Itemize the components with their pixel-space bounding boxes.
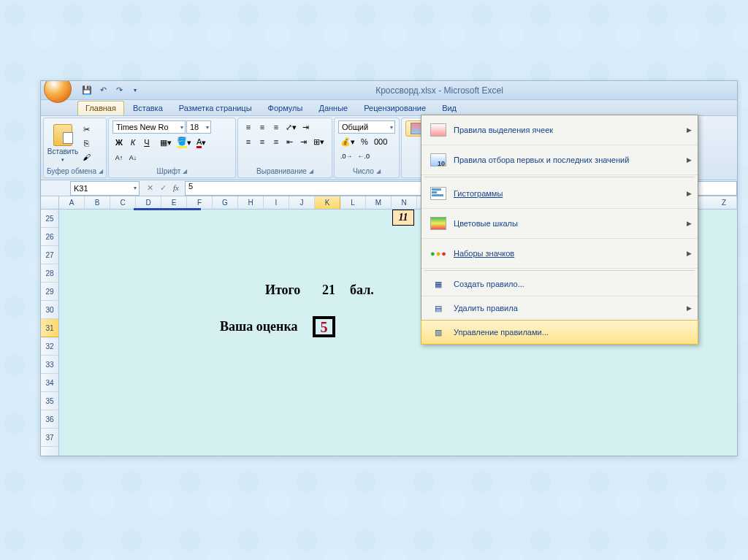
new-rule-icon: ▦: [427, 275, 449, 293]
cf-manage-rules[interactable]: ▥ Управление правилами...: [421, 320, 698, 345]
cell-score-unit[interactable]: бал.: [350, 283, 374, 298]
col-header[interactable]: E: [161, 196, 187, 209]
cf-new-rule[interactable]: ▦ Создать правило...: [421, 272, 698, 296]
tab-formulas[interactable]: Формулы: [261, 101, 310, 115]
font-color-button[interactable]: A▾: [194, 136, 208, 150]
font-size-combo[interactable]: 18: [186, 120, 211, 134]
decrease-decimal-icon[interactable]: ←.0: [355, 150, 372, 163]
paste-button[interactable]: Вставить ▾: [47, 121, 78, 165]
col-header[interactable]: I: [264, 196, 289, 209]
col-header[interactable]: M: [366, 196, 392, 209]
cf-data-bars[interactable]: Гистограммы ▶: [421, 179, 698, 209]
tab-insert[interactable]: Вставка: [126, 101, 170, 115]
alignment-dialog-icon[interactable]: ◢: [309, 168, 313, 174]
number-format-combo[interactable]: Общий: [338, 120, 395, 134]
cf-clear-rules[interactable]: ▤ Удалить правила ▶: [421, 296, 698, 321]
submenu-arrow-icon: ▶: [687, 220, 692, 227]
align-middle-icon[interactable]: ≡: [256, 120, 269, 134]
office-button[interactable]: [44, 80, 72, 103]
font-dialog-icon[interactable]: ◢: [183, 168, 187, 174]
cell-n25[interactable]: 11: [392, 210, 414, 226]
percent-icon[interactable]: %: [358, 135, 371, 148]
currency-icon[interactable]: 💰▾: [338, 135, 357, 148]
col-header[interactable]: B: [85, 196, 110, 209]
col-header[interactable]: F: [187, 196, 213, 209]
row-header[interactable]: 26: [41, 228, 58, 246]
enter-formula-icon[interactable]: ✓: [157, 183, 169, 193]
tab-page-layout[interactable]: Разметка страницы: [172, 101, 259, 115]
align-center-icon[interactable]: ≡: [256, 135, 269, 148]
row-header[interactable]: 29: [41, 283, 58, 301]
submenu-arrow-icon: ▶: [687, 190, 692, 197]
row-header[interactable]: 32: [41, 337, 58, 356]
cf-top-bottom[interactable]: 10 Правила отбора первых и последних зна…: [421, 145, 698, 175]
merge-cells-icon[interactable]: ⊞▾: [311, 135, 327, 148]
col-header[interactable]: L: [340, 196, 366, 209]
fill-color-button[interactable]: 🪣▾: [175, 135, 194, 150]
format-painter-icon[interactable]: 🖌: [80, 150, 93, 164]
save-icon[interactable]: 💾: [80, 84, 94, 97]
col-header[interactable]: K: [315, 196, 340, 209]
tab-home[interactable]: Главная: [77, 101, 124, 115]
row-header[interactable]: 28: [41, 264, 58, 283]
row-header[interactable]: 33: [41, 356, 58, 374]
row-header[interactable]: 30: [41, 301, 58, 319]
col-header[interactable]: A: [59, 196, 85, 209]
grow-font-icon[interactable]: A↑: [112, 151, 126, 164]
row-header[interactable]: 37: [41, 429, 58, 447]
row-header[interactable]: 35: [41, 392, 58, 410]
clipboard-dialog-icon[interactable]: ◢: [99, 168, 103, 174]
row-header[interactable]: 31: [41, 319, 58, 337]
cf-color-scales[interactable]: Цветовые шкалы ▶: [421, 209, 698, 239]
row-header[interactable]: 27: [41, 246, 58, 264]
underline-button[interactable]: Ч: [140, 136, 153, 149]
wrap-text-icon[interactable]: ⇥: [299, 120, 313, 134]
row-header[interactable]: 36: [41, 410, 58, 429]
col-header[interactable]: Z: [711, 196, 737, 209]
paste-label: Вставить: [47, 147, 78, 156]
col-header[interactable]: G: [213, 196, 238, 209]
fx-icon[interactable]: fx: [170, 183, 182, 193]
cancel-formula-icon[interactable]: ✕: [144, 183, 156, 193]
cell-grade-label[interactable]: Ваша оценка: [220, 319, 298, 334]
increase-decimal-icon[interactable]: .0→: [338, 150, 355, 163]
col-header[interactable]: C: [110, 196, 136, 209]
select-all-corner[interactable]: [41, 196, 59, 209]
excel-window: 💾 ↶ ↷ ▾ Кроссворд.xlsx - Microsoft Excel…: [40, 80, 738, 456]
undo-icon[interactable]: ↶: [96, 84, 110, 97]
tab-data[interactable]: Данные: [311, 101, 355, 115]
col-header[interactable]: H: [238, 196, 264, 209]
border-button[interactable]: ▦▾: [158, 136, 174, 149]
col-header[interactable]: J: [289, 196, 315, 209]
cell-k31-selected[interactable]: 5: [314, 318, 334, 336]
italic-button[interactable]: К: [126, 136, 140, 149]
number-dialog-icon[interactable]: ◢: [376, 168, 381, 174]
cell-score-value[interactable]: 21: [322, 283, 335, 298]
copy-icon[interactable]: ⎘: [80, 137, 93, 150]
group-number: Общий 💰▾ % 000 .0→ ←.0 Число◢: [334, 118, 400, 178]
row-header[interactable]: 25: [41, 210, 58, 228]
align-top-icon[interactable]: ≡: [242, 120, 255, 134]
comma-icon[interactable]: 000: [372, 135, 389, 148]
col-header[interactable]: N: [392, 196, 417, 209]
qat-dropdown-icon[interactable]: ▾: [129, 84, 142, 97]
shrink-font-icon[interactable]: A↓: [126, 151, 140, 164]
align-right-icon[interactable]: ≡: [270, 135, 283, 148]
align-bottom-icon[interactable]: ≡: [270, 120, 283, 134]
cut-icon[interactable]: ✂: [80, 123, 93, 136]
bold-button[interactable]: Ж: [112, 136, 126, 149]
redo-icon[interactable]: ↷: [112, 84, 126, 97]
cell-itogo-label[interactable]: Итого: [265, 283, 300, 298]
decrease-indent-icon[interactable]: ⇤: [283, 135, 297, 148]
tab-review[interactable]: Рецензирование: [356, 101, 433, 115]
orientation-icon[interactable]: ⤢▾: [283, 120, 299, 134]
font-name-combo[interactable]: Times New Ro: [112, 120, 186, 134]
increase-indent-icon[interactable]: ⇥: [297, 135, 310, 148]
cf-icon-sets[interactable]: ●●● Наборы значков ▶: [421, 239, 698, 269]
cf-highlight-cells[interactable]: Правила выделения ячеек ▶: [421, 115, 698, 145]
col-header[interactable]: D: [136, 196, 161, 209]
name-box[interactable]: K31: [70, 181, 140, 196]
tab-view[interactable]: Вид: [435, 101, 464, 115]
align-left-icon[interactable]: ≡: [242, 135, 255, 148]
row-header[interactable]: 34: [41, 374, 58, 392]
